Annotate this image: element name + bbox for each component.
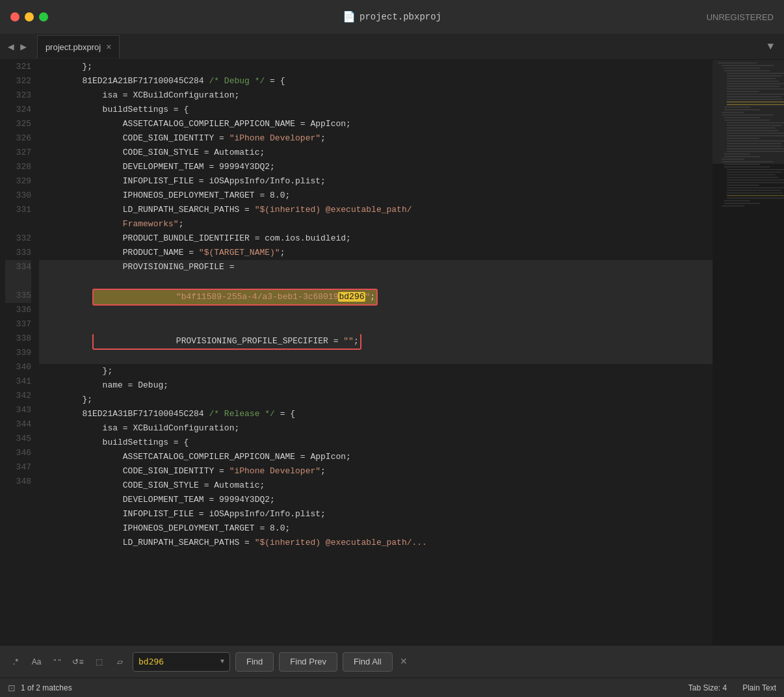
code-line-347: IPHONEOS_DEPLOYMENT_TARGET = 8.0; — [39, 521, 712, 536]
maximize-button[interactable] — [39, 12, 48, 21]
line-num: 329 — [5, 174, 31, 189]
code-line-337: name = Debug; — [39, 378, 712, 393]
svg-rect-46 — [727, 179, 784, 181]
tab-size[interactable]: Tab Size: 4 — [688, 683, 727, 692]
line-num: 338 — [5, 332, 31, 346]
tab-label: project.pbxproj — [46, 42, 101, 52]
code-line-333: PRODUCT_NAME = "$(TARGET_NAME)"; — [39, 246, 712, 260]
svg-rect-49 — [727, 187, 784, 189]
case-sensitive-toggle[interactable]: Aa — [29, 654, 44, 670]
find-button[interactable]: Find — [235, 652, 274, 672]
line-num: 335 — [5, 289, 31, 303]
statusbar-icon: ⊡ — [8, 683, 16, 693]
line-num: 322 — [5, 74, 31, 88]
code-line-323: isa = XCBuildConfiguration; — [39, 88, 712, 103]
code-line-341: buildSettings = { — [39, 436, 712, 450]
line-num: 333 — [5, 246, 31, 260]
line-num: 328 — [5, 160, 31, 174]
line-num: 321 — [5, 60, 31, 74]
svg-rect-56 — [722, 205, 744, 207]
wrap-toggle[interactable]: ▱ — [112, 654, 127, 670]
code-line-348: LD_RUNPATH_SEARCH_PATHS = "$(inherited) … — [39, 536, 712, 550]
line-num: 341 — [5, 375, 31, 389]
svg-rect-53 — [727, 198, 784, 199]
wrap-icon: ▱ — [117, 657, 123, 666]
find-input[interactable] — [138, 657, 216, 666]
tab-dropdown[interactable]: ▼ — [767, 41, 774, 53]
find-prev-button[interactable]: Find Prev — [279, 652, 337, 672]
find-input-wrapper: ▼ — [133, 652, 230, 672]
line-num: 345 — [5, 432, 31, 446]
svg-rect-43 — [727, 172, 782, 173]
tab-nav-back[interactable]: ◀ ▶ — [0, 40, 34, 53]
code-line-325: ASSETCATALOG_COMPILER_APPICON_NAME = App… — [39, 117, 712, 131]
regex-icon: .* — [13, 657, 19, 666]
svg-rect-52 — [727, 195, 784, 196]
code-line-322: 81ED21A21BF717100045C284 /* Debug */ = { — [39, 74, 712, 88]
code-line-342: ASSETCATALOG_COMPILER_APPICON_NAME = App… — [39, 450, 712, 464]
svg-rect-45 — [727, 177, 779, 178]
svg-rect-47 — [727, 182, 784, 183]
code-line-321: }; — [39, 60, 712, 74]
tab-close-button[interactable]: × — [106, 42, 111, 52]
code-line-345: DEVELOPMENT_TEAM = 99994Y3DQ2; — [39, 493, 712, 507]
code-line-331b: Frameworks"; — [39, 217, 712, 231]
file-type[interactable]: Plain Text — [742, 683, 776, 692]
code-line-326: CODE_SIGN_IDENTITY = "iPhone Developer"; — [39, 131, 712, 146]
code-text[interactable]: }; 81ED21A21BF717100045C284 /* Debug */ … — [39, 60, 712, 645]
find-all-button[interactable]: Find All — [343, 652, 393, 672]
editor-container: 321 322 323 324 325 326 327 328 329 330 … — [0, 60, 784, 645]
code-line-339: 81ED21A31BF717100045C284 /* Release */ =… — [39, 407, 712, 421]
titlebar: 📄 project.pbxproj UNREGISTERED — [0, 0, 784, 34]
line-num: 334 — [5, 260, 31, 274]
find-dropdown-arrow[interactable]: ▼ — [220, 658, 224, 665]
line-num: 347 — [5, 460, 31, 475]
code-editor[interactable]: 321 322 323 324 325 326 327 328 329 330 … — [0, 60, 712, 645]
code-line-343: CODE_SIGN_IDENTITY = "iPhone Developer"; — [39, 464, 712, 479]
code-line-331: LD_RUNPATH_SEARCH_PATHS = "$(inherited) … — [39, 203, 712, 217]
title-text: project.pbxproj — [359, 12, 441, 22]
findbar-close-button[interactable]: × — [400, 655, 408, 668]
svg-rect-48 — [727, 185, 759, 186]
line-num — [5, 274, 31, 289]
code-line-346: INFOPLIST_FILE = iOSAppsInfo/Info.plist; — [39, 507, 712, 521]
line-num: 336 — [5, 303, 31, 317]
statusbar-right: Tab Size: 4 Plain Text — [688, 683, 776, 692]
code-line-338: }; — [39, 393, 712, 407]
line-num: 323 — [5, 88, 31, 103]
minimize-button[interactable] — [25, 12, 34, 21]
search-outline-bottom: PROVISIONING_PROFILE_SPECIFIER = ""; — [92, 334, 361, 350]
word-icon: " " — [54, 658, 61, 666]
selection-toggle[interactable]: ⬚ — [91, 654, 107, 670]
code-line-329: INFOPLIST_FILE = iOSAppsInfo/Info.plist; — [39, 174, 712, 189]
line-numbers: 321 322 323 324 325 326 327 328 329 330 … — [0, 60, 39, 645]
close-button[interactable] — [10, 12, 20, 21]
code-line-328: DEVELOPMENT_TEAM = 99994Y3DQ2; — [39, 160, 712, 174]
line-num: 324 — [5, 103, 31, 117]
window-controls — [10, 12, 48, 21]
line-num: 327 — [5, 146, 31, 160]
line-num: 337 — [5, 317, 31, 332]
svg-rect-41 — [724, 166, 770, 168]
line-num: 331 — [5, 203, 31, 217]
code-line-334: PROVISIONING_PROFILE = — [39, 260, 712, 274]
search-match-highlight: "b4f11589-255a-4/a3-beb1-3c68019bd296"; — [92, 289, 378, 306]
minimap-svg — [712, 60, 784, 645]
svg-rect-42 — [727, 169, 784, 170]
line-num: 344 — [5, 417, 31, 432]
line-num — [5, 217, 31, 231]
svg-rect-51 — [727, 192, 783, 194]
line-num: 332 — [5, 231, 31, 246]
code-line-336: }; — [39, 364, 712, 378]
statusbar: ⊡ 1 of 2 matches Tab Size: 4 Plain Text — [0, 677, 784, 697]
file-tab[interactable]: project.pbxproj × — [37, 35, 120, 59]
code-line-334b: "b4f11589-255a-4/a3-beb1-3c68019bd296"; — [39, 274, 712, 320]
line-num: 330 — [5, 189, 31, 203]
whole-word-toggle[interactable]: " " — [49, 654, 65, 670]
regex-toggle[interactable]: .* — [8, 654, 23, 670]
minimap[interactable] — [712, 60, 784, 645]
preserve-case-toggle[interactable]: ↺≡ — [70, 654, 86, 670]
preserve-icon: ↺≡ — [72, 657, 83, 666]
line-num: 348 — [5, 475, 31, 489]
tabbar: ◀ ▶ project.pbxproj × ▼ — [0, 34, 784, 60]
